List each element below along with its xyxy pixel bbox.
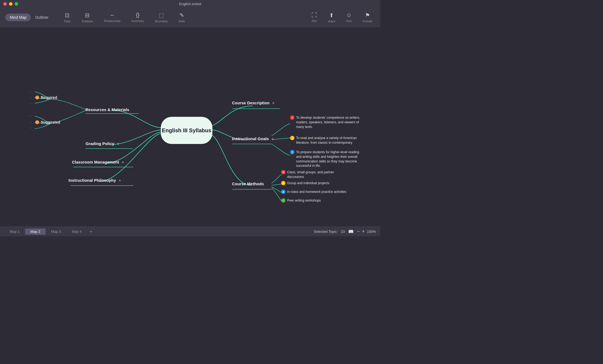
central-node[interactable]: English III Syllabus [161, 117, 212, 144]
add-map-button[interactable]: + [87, 228, 95, 235]
share-tool[interactable]: ⬆ share [325, 11, 338, 24]
icon-tool[interactable]: ☺ Icon [343, 11, 354, 24]
grading-policy-note-icon: ≡ [117, 142, 119, 146]
goal-1-text: To develop students' competence as write… [296, 115, 361, 129]
subtopic-tool[interactable]: ⊟ Subtopic [79, 11, 96, 24]
subtopic-icon: ⊟ [85, 12, 90, 18]
course-description-label: Course Description [232, 101, 269, 105]
method-1-icon: ✕ [281, 170, 285, 174]
summary-icon: {} [136, 12, 139, 18]
relationship-label: Relationship [104, 19, 121, 23]
course-methods-label: Course Methods [232, 181, 264, 186]
method-4-text: Peer writing workshops [287, 198, 321, 203]
zoom-controls: − + 100% [357, 229, 376, 234]
topic-tool[interactable]: ⊡ Topic [61, 11, 74, 24]
instructional-goals-node[interactable]: Instructional Goals ≡ [232, 136, 274, 141]
course-methods-node[interactable]: Course Methods [232, 181, 264, 186]
dots-suggested-3: … [29, 125, 32, 129]
zoom-level: 100% [367, 230, 376, 234]
share-icon: ⬆ [329, 12, 334, 18]
method-1-text: Class, small groups, and partner discuss… [287, 170, 352, 179]
summary-label: Summary [131, 19, 144, 23]
method-3-icon: ● [281, 190, 285, 194]
boundary-label: Boundary [155, 20, 168, 23]
classroom-management-note-icon: ≡ [122, 160, 124, 164]
relationship-icon: ↔ [109, 12, 115, 18]
note-tool[interactable]: ✎ Note [176, 11, 188, 24]
zen-label: Zen [312, 19, 317, 23]
zoom-out-button[interactable]: − [357, 229, 360, 234]
toolbar-tools: ⊡ Topic ⊟ Subtopic ↔ Relationship {} Sum… [61, 11, 309, 24]
goal-leaf-1[interactable]: 1 To develop students' competence as wri… [290, 115, 361, 129]
instructional-philosophy-node[interactable]: Instructional Philosophy ≡ [68, 178, 121, 183]
goal-leaf-3[interactable]: 3 To prepare students for higher-level r… [290, 150, 361, 168]
goal-1-icon: 1 [290, 115, 294, 120]
mindmap-canvas[interactable]: .conn { fill: none; stroke: #40e0b0; str… [0, 27, 380, 227]
grading-policy-label: Grading Policy [86, 141, 114, 146]
relationship-tool[interactable]: ↔ Relationship [101, 11, 123, 24]
selected-topic-count: 23 [341, 230, 345, 234]
method-leaf-3[interactable]: ● In-class and homework practice activit… [281, 190, 346, 194]
icon-tool-icon: ☺ [346, 12, 352, 18]
window-controls [3, 2, 18, 6]
method-leaf-2[interactable]: ● Group and individual projects [281, 181, 329, 186]
toolbar-right: ⛶ Zen ⬆ share ☺ Icon ⚑ Format [309, 11, 375, 24]
note-label: Note [179, 20, 185, 23]
format-icon: ⚑ [365, 12, 370, 18]
instructional-philosophy-label: Instructional Philosophy [68, 178, 116, 183]
instructional-goals-note-icon: ≡ [272, 137, 274, 141]
outliner-view-button[interactable]: Outliner [31, 14, 53, 21]
classroom-management-label: Classroom Management [72, 160, 119, 164]
goal-2-text: To read and analyse a variety of America… [296, 136, 361, 145]
close-button[interactable] [3, 2, 7, 6]
required-icon [35, 96, 39, 99]
goal-3-text: To prepare students for higher-level rea… [296, 150, 361, 168]
topic-label: Topic [64, 20, 71, 23]
classroom-management-node[interactable]: Classroom Management ≡ [72, 160, 124, 164]
dots-required-3: … [29, 101, 32, 104]
topic-icon: ⊡ [65, 12, 70, 18]
dots-required-1: … [29, 89, 32, 92]
zen-icon: ⛶ [312, 12, 317, 18]
mindmap-view-button[interactable]: Mind Map [5, 14, 31, 21]
toolbar: Mind Map Outliner ⊡ Topic ⊟ Subtopic ↔ R… [0, 8, 380, 27]
goal-3-icon: 3 [290, 150, 294, 154]
suggested-label: Suggested [41, 120, 60, 124]
maximize-button[interactable] [15, 2, 18, 6]
map3-tab[interactable]: Map 3 [46, 228, 66, 235]
zen-tool[interactable]: ⛶ Zen [309, 11, 320, 24]
view-toggle: Mind Map Outliner [5, 14, 53, 21]
method-leaf-1[interactable]: ✕ Class, small groups, and partner discu… [281, 170, 352, 179]
method-leaf-4[interactable]: ✓ Peer writing workshops [281, 198, 321, 203]
required-label: Required [41, 95, 57, 100]
bottombar: Map 1 Map 2 Map 3 Map 4 + Selected Topic… [0, 227, 380, 236]
map4-tab[interactable]: Map 4 [66, 228, 87, 235]
app-title: English.xmind [179, 2, 201, 6]
course-description-node[interactable]: Course Description ≡ [232, 101, 274, 105]
zoom-in-button[interactable]: + [362, 229, 365, 234]
icon-tool-label: Icon [346, 19, 352, 23]
method-2-icon: ● [281, 181, 285, 185]
suggested-node[interactable]: Suggested [35, 120, 60, 124]
format-tool[interactable]: ⚑ Format [360, 11, 375, 24]
book-icon[interactable]: 📖 [348, 229, 354, 234]
summary-tool[interactable]: {} Summary [129, 11, 147, 24]
instructional-goals-label: Instructional Goals [232, 136, 269, 141]
required-node[interactable]: Required [35, 95, 57, 100]
grading-policy-node[interactable]: Grading Policy ≡ [86, 141, 119, 146]
boundary-icon: ⬚ [159, 12, 164, 18]
minimize-button[interactable] [9, 2, 12, 6]
dots-required-2: … [29, 96, 32, 99]
resources-materials-node[interactable]: Resources & Materials [86, 107, 129, 112]
map2-tab[interactable]: Map 2 [25, 228, 46, 235]
goal-2-icon: 2 [290, 136, 294, 140]
boundary-tool[interactable]: ⬚ Boundary [152, 11, 171, 24]
format-label: Format [363, 20, 372, 23]
method-4-icon: ✓ [281, 198, 285, 203]
suggested-icon [35, 120, 39, 124]
instructional-philosophy-note-icon: ≡ [119, 178, 121, 183]
map1-tab[interactable]: Map 1 [4, 228, 25, 235]
central-node-text: English III Syllabus [162, 127, 211, 134]
goal-leaf-2[interactable]: 2 To read and analyse a variety of Ameri… [290, 136, 361, 145]
selected-topic-label: Selected Topic: [314, 230, 338, 234]
